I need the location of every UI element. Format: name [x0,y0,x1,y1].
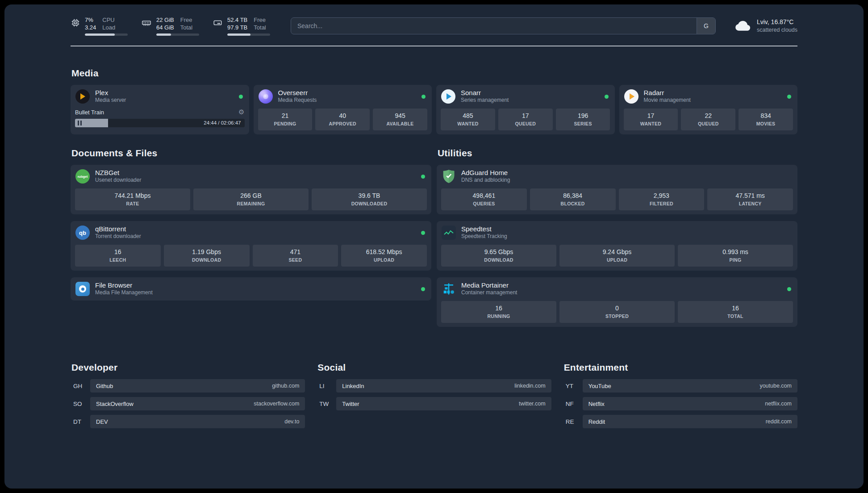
search-engine-button[interactable]: G [697,18,715,34]
adguard-icon [441,169,456,184]
sonarr-icon [441,89,456,104]
stat-block: 834 MOVIES [739,109,793,130]
stat-block: 0.993 ms PING [678,245,793,267]
search-bar: G [291,17,716,34]
filebrowser-icon [75,281,90,297]
search-input[interactable] [291,18,697,34]
dashboard: 7% 3.24 CPU Load [4,4,864,489]
bookmark-twitter[interactable]: TW Twitter twitter.com [317,397,551,410]
service-card-speedtest[interactable]: Speedtest Speedtest Tracking 9.65 Gbps D… [437,221,797,271]
cpu-usage-value: 7% [85,16,96,24]
service-name: Speedtest [461,225,507,233]
stat-block: 16 LEECH [75,245,161,267]
cpu-load-value: 3.24 [85,24,96,31]
bookmark-abbr: SO [71,401,90,407]
nzbget-icon: nzbget [75,169,90,184]
service-card-sonarr[interactable]: Sonarr Series management 485 WANTED 17 Q… [436,85,615,134]
stat-block: 16 TOTAL [678,301,793,323]
service-card-qbittorrent[interactable]: qb qBittorrent Torrent downloader 16 LEE… [71,221,431,271]
status-dot [421,95,426,99]
bookmark-abbr: GH [71,383,90,389]
bookmark-youtube[interactable]: YT YouTube youtube.com [563,379,797,393]
bookmark-url: twitter.com [519,401,546,407]
section-title-developer: Developer [71,362,305,373]
service-name: Sonarr [461,89,509,96]
stat-block: 485 WANTED [441,109,495,130]
pause-button[interactable] [78,121,82,125]
topbar-divider [71,46,797,46]
disk-progress-bar [227,33,270,36]
bookmark-stackoverflow[interactable]: SO StackOverflow stackoverflow.com [71,397,305,410]
disk-icon [213,18,223,28]
bookmark-reddit[interactable]: RE Reddit reddit.com [563,415,797,428]
stat-block: 196 SERIES [556,109,610,130]
stat-block: 471 SEED [253,245,338,267]
stat-block: 17 WANTED [624,109,678,130]
service-card-adguard[interactable]: AdGuard Home DNS and adblocking 498,461 … [437,165,797,214]
qbittorrent-icon: qb [75,225,90,240]
stat-block: 16 RUNNING [441,301,556,323]
plex-icon [75,89,90,104]
service-subtitle: Media File Management [95,289,153,297]
bookmark-github[interactable]: GH Github github.com [71,379,305,393]
bookmark-url: youtube.com [760,383,792,389]
service-subtitle: Media server [95,96,126,104]
settings-gear-icon[interactable]: ⚙ [238,108,244,116]
service-card-nzbget[interactable]: nzbget NZBGet Usenet downloader 744.21 M… [71,165,431,214]
service-card-plex[interactable]: Plex Media server Bullet Train ⚙ [71,85,249,134]
cpu-load-label: Load [102,24,115,31]
status-dot [787,95,791,99]
service-subtitle: Media Requests [278,96,317,104]
disk-free-label: Free [254,16,266,24]
stat-block: 1.19 Gbps DOWNLOAD [164,245,250,267]
section-title-documents: Documents & Files [71,148,431,159]
bookmark-netflix[interactable]: NF Netflix netflix.com [563,397,797,410]
bookmark-linkedin[interactable]: LI LinkedIn linkedin.com [317,379,551,393]
status-dot [421,287,425,291]
bookmark-url: github.com [272,383,299,389]
status-dot [787,287,791,291]
playback-time: 24:44 / 02:06:47 [204,120,241,125]
radarr-icon [624,89,639,104]
weather-condition: scattered clouds [757,26,797,34]
service-card-overseerr[interactable]: Overseerr Media Requests 21 PENDING 40 A… [254,85,432,134]
service-card-filebrowser[interactable]: File Browser Media File Management [71,277,431,301]
disk-total-value: 97.9 TB [227,24,247,31]
bookmark-abbr: RE [563,418,583,425]
bookmark-url: reddit.com [766,418,792,425]
status-dot [239,95,243,99]
service-name: File Browser [95,281,153,289]
service-subtitle: DNS and adblocking [461,176,510,184]
cpu-progress-bar [85,33,128,36]
section-title-utilities: Utilities [438,148,797,159]
section-title-entertainment: Entertainment [564,362,797,373]
memory-widget: 22 GiB 64 GiB Free Total [141,16,199,36]
memory-icon [141,18,152,28]
memory-progress-bar [156,33,199,36]
speedtest-icon [441,225,456,240]
stat-block: 744.21 Mbps RATE [75,188,190,210]
bookmark-abbr: TW [317,401,336,407]
service-subtitle: Torrent downloader [95,233,141,240]
service-card-radarr[interactable]: Radarr Movie management 17 WANTED 22 QUE… [619,85,798,134]
status-dot [421,175,425,179]
playback-progress-bar[interactable]: 24:44 / 02:06:47 [75,119,245,127]
service-name: AdGuard Home [461,169,510,176]
bookmark-abbr: DT [71,418,90,425]
service-name: qBittorrent [95,225,141,233]
stat-block: 0 STOPPED [559,301,675,323]
section-title-social: Social [317,362,551,373]
status-dot [421,231,425,235]
bookmark-url: netflix.com [765,401,792,407]
status-dot [605,95,609,99]
stat-block: 47.571 ms LATENCY [707,188,793,210]
bookmark-name: Github [96,383,113,389]
disk-total-label: Total [254,24,266,31]
service-card-portainer[interactable]: Media Portainer Container management 16 … [437,277,797,327]
stat-block: 39.6 TB DOWNLOADED [312,188,427,210]
bookmark-name: StackOverflow [96,401,134,407]
disk-free-value: 52.4 TB [227,16,247,24]
service-name: Plex [95,89,126,96]
bookmark-name: LinkedIn [342,383,364,389]
bookmark-dev[interactable]: DT DEV dev.to [71,415,305,428]
